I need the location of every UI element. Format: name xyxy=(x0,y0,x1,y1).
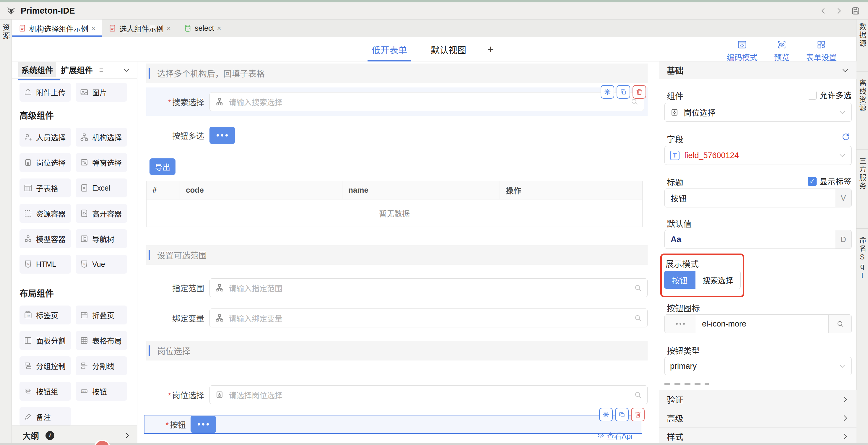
search-icon[interactable] xyxy=(630,97,639,106)
component-item[interactable]: 分割线 xyxy=(75,356,127,375)
left-rail-resources[interactable]: 资源 xyxy=(1,24,11,40)
component-item[interactable]: 子表格 xyxy=(20,178,71,197)
component-item[interactable]: 弹窗选择 xyxy=(75,153,127,172)
component-item[interactable]: Excel xyxy=(75,178,127,197)
default-value-input[interactable]: Aa D xyxy=(664,230,852,249)
preview-button[interactable]: 预览 xyxy=(774,39,789,62)
group-header-basic[interactable]: 基础 xyxy=(659,61,857,79)
copy-action-button[interactable] xyxy=(617,85,630,99)
nav-back-icon[interactable] xyxy=(819,7,827,15)
component-item[interactable]: 附件上传 xyxy=(20,83,71,102)
component-item[interactable]: 表格布局 xyxy=(75,331,127,350)
refresh-icon[interactable] xyxy=(841,132,850,141)
right-rail: 数据源 离线资源 三方服务 命名Sql xyxy=(856,20,868,445)
component-item[interactable]: 模型容器 xyxy=(20,229,71,248)
component-item[interactable]: 资源容器 xyxy=(20,204,71,223)
checkbox-label: 显示标签 xyxy=(819,176,851,187)
component-item[interactable]: 机构选择 xyxy=(75,128,127,147)
component-item[interactable]: 按钮组 xyxy=(20,382,71,401)
post-select-input[interactable]: 请选择岗位选择 xyxy=(210,385,648,404)
allow-multi-checkbox[interactable]: 允许多选 xyxy=(808,89,851,101)
show-label-checkbox[interactable]: ✓ 显示标签 xyxy=(808,176,851,187)
addon-d[interactable]: D xyxy=(835,230,851,248)
field-row-bind-variable[interactable]: 绑定变量 请输入绑定变量 xyxy=(146,308,648,327)
component-item[interactable]: Vue xyxy=(75,255,127,274)
input-value: el-icon-more xyxy=(696,315,829,333)
field-row-button-multi[interactable]: 按钮多选 xyxy=(146,126,648,144)
close-icon[interactable]: × xyxy=(91,24,95,32)
component-item[interactable]: 分组控制 xyxy=(20,356,71,375)
view-tab-default-view[interactable]: 默认视图 xyxy=(428,37,469,61)
component-item[interactable]: 折叠页 xyxy=(75,305,127,324)
search-icon[interactable] xyxy=(634,314,642,322)
close-icon[interactable]: × xyxy=(217,24,221,32)
component-item[interactable]: 按钮 xyxy=(75,382,127,401)
component-item[interactable]: 导航树 xyxy=(75,229,127,248)
component-item[interactable]: 标签页 xyxy=(20,305,71,324)
settings-action-button[interactable] xyxy=(601,85,614,99)
code-mode-button[interactable]: 编码模式 xyxy=(727,39,757,62)
component-select[interactable]: 岗位选择 xyxy=(664,103,852,122)
group-header-style[interactable]: 样式 xyxy=(659,427,857,445)
view-tab-lowcode-form[interactable]: 低开表单 xyxy=(369,37,409,61)
list-view-icon[interactable]: ≡ xyxy=(99,66,103,74)
search-icon[interactable] xyxy=(634,391,642,399)
field-select[interactable]: T field_57600124 xyxy=(664,146,852,165)
component-item[interactable]: 图片 xyxy=(75,83,127,102)
view-api-link[interactable]: 查看Api xyxy=(597,430,632,441)
info-icon[interactable]: i xyxy=(45,431,54,440)
outline-bar[interactable]: 大纲 i xyxy=(12,425,137,445)
doc-tab-select[interactable]: select × xyxy=(177,20,227,37)
delete-action-button[interactable] xyxy=(631,408,645,421)
chevron-right-icon[interactable] xyxy=(123,432,131,440)
component-item[interactable]: 高开容器 xyxy=(75,204,127,223)
settings-action-button[interactable] xyxy=(599,408,613,421)
delete-action-button[interactable] xyxy=(632,85,646,99)
field-row-search-select[interactable]: *搜索选择 请输入搜索选择 xyxy=(146,87,648,116)
chevron-down-icon[interactable] xyxy=(122,66,131,74)
component-item[interactable]: HTML xyxy=(20,255,71,274)
range-input[interactable]: 请输入指定范围 xyxy=(210,278,648,297)
doc-tab-person-select-demo[interactable]: 选人组件示例 × xyxy=(102,20,177,37)
save-icon[interactable] xyxy=(851,6,860,16)
add-view-button[interactable]: + xyxy=(488,43,494,56)
field-row-post-select[interactable]: *岗位选择 请选择岗位选择 xyxy=(146,385,648,404)
close-icon[interactable]: × xyxy=(167,24,171,32)
form-settings-button[interactable]: 表单设置 xyxy=(806,39,837,62)
rail-item-named-sql[interactable]: 命名Sql xyxy=(857,236,867,307)
tab-system-components[interactable]: 系统组件 xyxy=(18,62,56,78)
copy-action-button[interactable] xyxy=(615,408,629,421)
addon-v[interactable]: V xyxy=(835,189,851,207)
selected-field-row-button[interactable]: *按钮 xyxy=(144,415,642,434)
nav-forward-icon[interactable] xyxy=(835,7,843,15)
bind-variable-input[interactable]: 请输入绑定变量 xyxy=(210,308,648,327)
more-button[interactable] xyxy=(191,416,216,433)
component-item[interactable]: 备注 xyxy=(20,407,71,426)
rail-item-datasource[interactable]: 数据源 xyxy=(857,23,867,71)
form-settings-label: 表单设置 xyxy=(806,52,837,62)
button-icon-input-group[interactable]: el-icon-more xyxy=(664,315,852,333)
export-button[interactable]: 导出 xyxy=(150,158,176,175)
code-mode-icon xyxy=(737,39,747,50)
rail-item-offline-resources[interactable]: 离线资源 xyxy=(857,79,867,149)
tab-extension-components[interactable]: 扩展组件 xyxy=(61,64,93,76)
component-item[interactable]: 人员选择 xyxy=(20,128,71,147)
more-button[interactable] xyxy=(210,127,235,144)
group-header-validation[interactable]: 验证 xyxy=(659,390,857,409)
title-input[interactable]: 按钮 V xyxy=(664,188,852,207)
component-item[interactable]: 面板分割 xyxy=(20,331,71,350)
checkbox-checked[interactable]: ✓ xyxy=(808,177,816,186)
checkbox-unchecked[interactable] xyxy=(808,91,816,99)
select-value: 岗位选择 xyxy=(684,107,716,118)
table-header: # code name 操作 xyxy=(147,181,642,200)
group-icon xyxy=(24,361,32,370)
field-row-range[interactable]: 指定范围 请输入指定范围 xyxy=(146,278,648,297)
doc-tab-org-select-demo[interactable]: 机构选择组件示例 × xyxy=(12,20,102,37)
component-item[interactable]: 岗位选择 xyxy=(20,153,71,172)
button-type-select[interactable]: primary xyxy=(664,357,852,375)
search-icon[interactable] xyxy=(634,284,642,292)
rail-item-third-party[interactable]: 三方服务 xyxy=(857,157,867,229)
search-select-input[interactable]: 请输入搜索选择 xyxy=(210,92,644,111)
icon-search-button[interactable] xyxy=(829,315,851,333)
group-header-advanced[interactable]: 高级 xyxy=(659,409,857,427)
